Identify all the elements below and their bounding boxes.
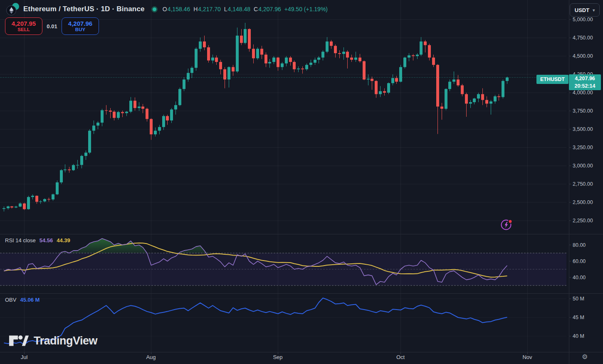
time-axis-label: Oct [396, 354, 405, 360]
chevron-down-icon: ▾ [593, 8, 595, 12]
ohlc-values: O4,158.46 H4,217.70 L4,148.48 C4,207.96 … [163, 6, 328, 12]
gear-icon[interactable]: ⚙ [582, 353, 588, 361]
high-value: 4,217.70 [198, 6, 221, 12]
rsi-axis-label: 40.00 [573, 274, 586, 281]
tradingview-logo-text: TradingView [34, 334, 97, 347]
last-price-flag: 4,207.96 20:52:14 [569, 74, 601, 90]
buy-button[interactable]: 4,207.96 BUY [62, 17, 99, 35]
rsi-value: 54.56 [40, 237, 53, 243]
low-value: 4,148.48 [228, 6, 251, 12]
price-axis-label: 4,500.00 [573, 53, 593, 59]
rsi-axis-label: 80.00 [573, 242, 586, 248]
time-axis-label: Aug [146, 354, 156, 360]
flash-trade-icon[interactable] [500, 219, 513, 231]
trade-panel: 4,207.95 SELL 0.01 4,207.96 BUY [5, 17, 99, 35]
rsi-axis-label: 60.00 [573, 258, 586, 265]
rsi-title: RSI 14 close [5, 237, 36, 243]
price-axis-label: 2,500.00 [573, 199, 593, 206]
price-axis-label: 4,750.00 [573, 34, 593, 41]
symbol-title[interactable]: Ethereum / TetherUS · 1D · Binance [23, 5, 145, 13]
price-axis-label: 3,500.00 [573, 126, 593, 133]
symbol-pair-icon [5, 2, 20, 16]
change-value: +49.50 (+1.19%) [284, 6, 328, 12]
time-axis-label: Nov [522, 354, 532, 360]
obv-indicator-header[interactable]: OBV 45.06 M [5, 297, 40, 303]
last-price-value: 4,207.96 [569, 75, 601, 82]
price-axis-label: 3,250.00 [573, 144, 593, 151]
symbol-header: Ethereum / TetherUS · 1D · Binance O4,15… [5, 2, 328, 16]
tradingview-logo-icon [8, 334, 30, 348]
sell-price: 4,207.95 [12, 20, 36, 27]
tradingview-logo[interactable]: TradingView [8, 334, 97, 348]
bar-countdown: 20:52:14 [569, 82, 601, 90]
time-axis-label: Jul [21, 354, 28, 360]
price-axis-label: 5,000.00 [573, 16, 593, 23]
price-axis-label: 2,250.00 [573, 217, 593, 224]
rsi-overbought-fill [4, 239, 507, 253]
chart-canvas[interactable] [0, 0, 603, 364]
obv-axis-label: 45 M [573, 314, 584, 321]
rsi-ma-value: 44.39 [57, 237, 70, 243]
market-status-dot[interactable] [151, 6, 158, 12]
symbol-price-flag: ETHUSDT [536, 75, 568, 84]
ethereum-icon [6, 5, 16, 15]
spread-value: 0.01 [42, 23, 62, 30]
time-axis-label: Sep [273, 354, 282, 360]
obv-title: OBV [5, 297, 16, 303]
close-value: 4,207.96 [258, 6, 281, 12]
obv-axis-label: 50 M [573, 295, 584, 302]
obv-axis-label: 40 M [573, 333, 584, 339]
candlestick-series [2, 23, 509, 212]
price-axis-label: 3,750.00 [573, 108, 593, 114]
rsi-indicator-header[interactable]: RSI 14 close 54.56 44.39 [5, 237, 70, 243]
buy-price: 4,207.96 [68, 20, 92, 27]
price-axis-label: 2,750.00 [573, 181, 593, 187]
sell-button[interactable]: 4,207.95 SELL [5, 17, 42, 35]
price-axis-label: 3,000.00 [573, 162, 593, 169]
currency-toggle-button[interactable]: USDT ▾ [570, 3, 600, 17]
tradingview-chart-window: Ethereum / TetherUS · 1D · Binance O4,15… [0, 0, 603, 364]
price-axis-label: 4,000.00 [573, 89, 593, 96]
obv-value: 45.06 M [20, 297, 40, 303]
open-value: 4,158.46 [168, 6, 190, 12]
